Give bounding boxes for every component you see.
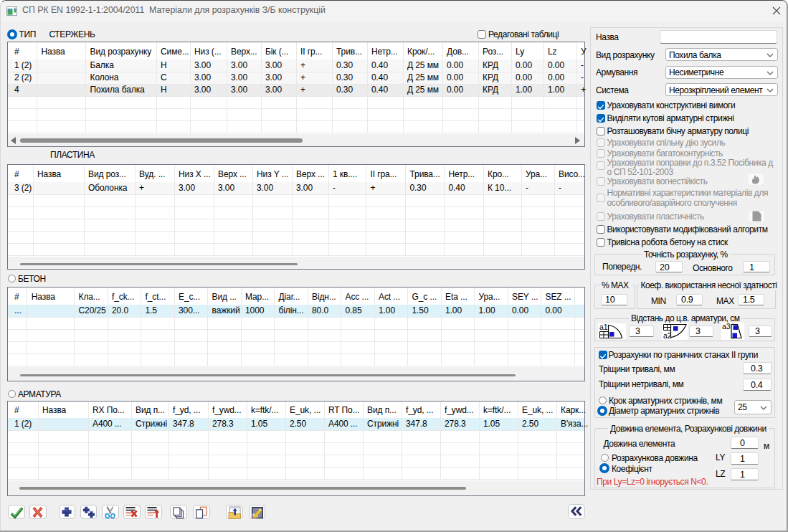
svg-text:a1: a1 xyxy=(599,323,608,331)
svg-text:a3: a3 xyxy=(722,323,731,331)
